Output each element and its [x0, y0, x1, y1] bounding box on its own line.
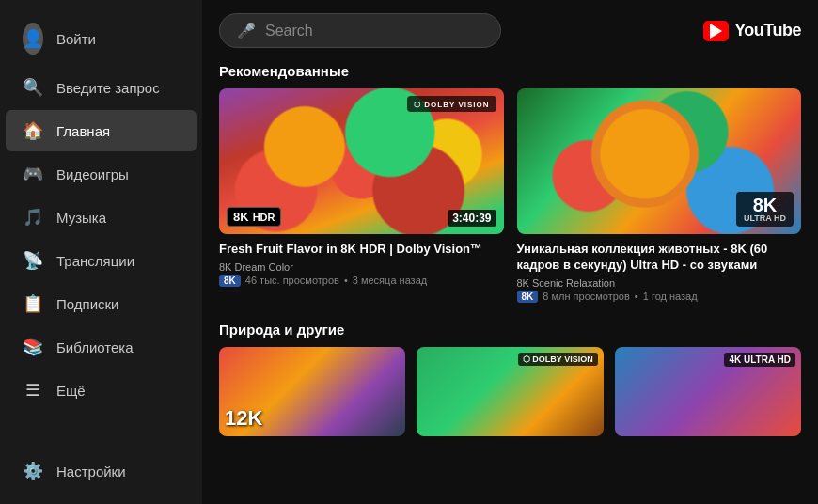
video-title-fruit: Fresh Fruit Flavor in 8K HDR | Dolby Vis… — [219, 242, 504, 258]
sidebar-item-subs[interactable]: 📋 Подписки — [6, 283, 197, 324]
header: 🎤 Search YouTube — [219, 13, 801, 48]
library-label: Библиотека — [56, 339, 134, 355]
more-label: Ещё — [56, 383, 86, 399]
youtube-icon — [703, 21, 729, 41]
thumbnail-snake: 12K — [219, 347, 405, 436]
video-info-bird: Уникальная коллекция животных - 8K (60 к… — [517, 234, 802, 307]
hdr-label: HDR — [253, 212, 275, 223]
search-bar[interactable]: 🎤 Search — [219, 13, 501, 48]
thumbnail-bird: 8K ULTRA HD — [517, 88, 802, 234]
sidebar-item-library[interactable]: 📚 Библиотека — [6, 326, 197, 368]
quality-badge-fruit: 8K — [219, 275, 241, 287]
views-bird: 8 млн просмотров — [543, 291, 630, 302]
sidebar-item-login[interactable]: 👤 Войти — [6, 12, 197, 65]
main-content: 🎤 Search YouTube Рекомендованные ⬡ DOLBY… — [202, 0, 818, 504]
sidebar: 👤 Войти 🔍 Введите запрос 🏠 Главная 🎮 Вид… — [0, 0, 202, 504]
music-label: Музыка — [56, 210, 106, 226]
video-channel-bird: 8K Scenic Relaxation — [517, 277, 802, 289]
user-icon: 👤 — [23, 23, 43, 55]
search-sidebar-label: Введите запрос — [56, 80, 160, 96]
youtube-logo: YouTube — [703, 21, 801, 41]
quality-badge-bird: 8K — [517, 291, 539, 303]
hdr-badge: 8K HDR — [227, 207, 281, 227]
video-meta-fruit: 8K 46 тыс. просмотров • 3 месяца назад — [219, 275, 504, 287]
8k-big-label: 8K — [744, 196, 786, 214]
youtube-label: YouTube — [734, 21, 801, 40]
thumbnail-squirrel: ⬡ DOLBY VISION — [417, 347, 603, 436]
video-card-fruit[interactable]: ⬡ DOLBY VISION 8K HDR 3:40:39 Fresh Frui… — [219, 88, 504, 307]
duration-badge: 3:40:39 — [448, 210, 496, 227]
login-label: Войти — [56, 31, 96, 47]
settings-label: Настройки — [56, 464, 126, 480]
sidebar-item-music[interactable]: 🎵 Музыка — [6, 197, 197, 238]
mic-icon: 🎤 — [237, 22, 256, 39]
subs-label: Подписки — [56, 296, 119, 312]
video-card-squirrel[interactable]: ⬡ DOLBY VISION — [417, 347, 603, 436]
video-card-bird[interactable]: 8K ULTRA HD Уникальная коллекция животны… — [517, 88, 802, 307]
video-card-abstract[interactable]: 4K ULTRA HD — [615, 347, 801, 436]
library-icon: 📚 — [23, 337, 43, 357]
search-sidebar-icon: 🔍 — [23, 77, 43, 98]
sidebar-item-games[interactable]: 🎮 Видеоигры — [6, 153, 197, 195]
subs-icon: 📋 — [23, 293, 43, 314]
home-icon: 🏠 — [23, 120, 43, 141]
more-icon: ☰ — [23, 380, 43, 401]
sep-bird: • — [635, 291, 638, 302]
thumbnail-abstract: 4K ULTRA HD — [615, 347, 801, 436]
video-meta-bird: 8K 8 млн просмотров • 1 год назад — [517, 291, 802, 303]
sidebar-item-more[interactable]: ☰ Ещё — [6, 370, 197, 411]
sidebar-item-streams[interactable]: 📡 Трансляции — [6, 240, 197, 281]
nature-grid: 12K ⬡ DOLBY VISION 4K ULTRA HD — [219, 347, 801, 436]
youtube-play-triangle — [710, 24, 722, 39]
recommended-title: Рекомендованные — [219, 63, 801, 79]
sidebar-spacer — [0, 412, 202, 449]
settings-icon: ⚙️ — [23, 461, 43, 481]
8k-label: 8K — [233, 210, 249, 224]
ultra-hd-label: ULTRA HD — [744, 214, 786, 223]
recommended-grid: ⬡ DOLBY VISION 8K HDR 3:40:39 Fresh Frui… — [219, 88, 801, 307]
dolby-sm-badge: ⬡ DOLBY VISION — [518, 353, 598, 366]
8k-ultra-badge: 8K ULTRA HD — [736, 192, 794, 227]
sidebar-item-settings[interactable]: ⚙️ Настройки — [6, 450, 197, 492]
games-icon: 🎮 — [23, 164, 43, 184]
sidebar-item-search[interactable]: 🔍 Введите запрос — [6, 67, 197, 108]
views-fruit: 46 тыс. просмотров — [245, 275, 339, 286]
nature-title: Природа и другие — [219, 322, 801, 338]
streams-icon: 📡 — [23, 250, 43, 271]
video-card-snake[interactable]: 12K — [219, 347, 405, 436]
home-label: Главная — [56, 123, 110, 139]
games-label: Видеоигры — [56, 166, 129, 182]
dolby-badge: ⬡ DOLBY VISION — [407, 96, 496, 112]
search-input[interactable]: Search — [265, 23, 483, 39]
video-info-fruit: Fresh Fruit Flavor in 8K HDR | Dolby Vis… — [219, 234, 504, 291]
4k-sm-badge: 4K ULTRA HD — [724, 353, 795, 367]
video-channel-fruit: 8K Dream Color — [219, 261, 504, 273]
streams-label: Трансляции — [56, 253, 134, 269]
ago-bird: 1 год назад — [643, 291, 698, 302]
12k-badge: 12K — [225, 406, 262, 431]
sep-fruit: • — [344, 275, 348, 286]
video-title-bird: Уникальная коллекция животных - 8K (60 к… — [517, 242, 802, 274]
sidebar-item-home[interactable]: 🏠 Главная — [6, 110, 197, 151]
ago-fruit: 3 месяца назад — [353, 275, 427, 286]
thumbnail-fruit: ⬡ DOLBY VISION 8K HDR 3:40:39 — [219, 88, 504, 234]
music-icon: 🎵 — [23, 207, 43, 228]
